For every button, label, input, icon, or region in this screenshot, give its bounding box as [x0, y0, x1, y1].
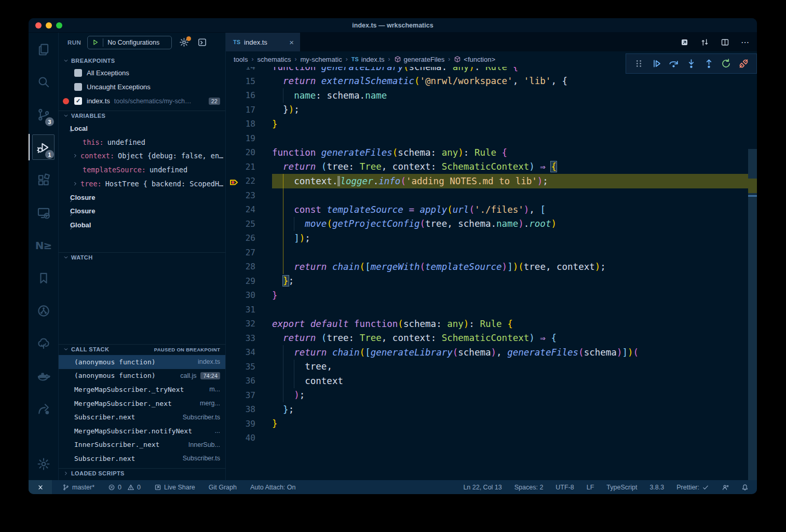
line-number[interactable]: 32: [226, 319, 255, 329]
code-line-40[interactable]: 40: [226, 431, 757, 445]
more-actions-icon[interactable]: ⋯: [741, 37, 750, 47]
code-line-38[interactable]: 38 };: [226, 402, 757, 417]
source-control-icon[interactable]: 3: [29, 98, 58, 131]
eol[interactable]: LF: [587, 484, 594, 491]
line-number[interactable]: 28: [226, 262, 255, 271]
git-graph[interactable]: Git Graph: [209, 484, 237, 491]
git-branch[interactable]: master*: [62, 484, 94, 491]
variables-section-header[interactable]: VARIABLES: [59, 111, 225, 120]
line-number[interactable]: 14: [226, 67, 255, 72]
code-line-32[interactable]: 32export default function(schema: any): …: [226, 317, 757, 331]
call-stack-frame[interactable]: (anonymous function)call.js74:24: [59, 369, 225, 383]
line-number[interactable]: 15: [226, 76, 255, 86]
line-number[interactable]: 21: [226, 162, 255, 172]
call-stack-section-header[interactable]: CALL STACK PAUSED ON BREAKPOINT: [59, 344, 225, 354]
editor-scrollbar[interactable]: [748, 67, 757, 480]
code-line-18[interactable]: 18}: [226, 117, 757, 131]
test-explorer-icon[interactable]: [29, 327, 58, 360]
variable-row[interactable]: tree:HostTree {_backend: ScopedH…: [59, 176, 225, 190]
line-number[interactable]: 36: [226, 376, 255, 386]
bookmarks-icon[interactable]: [29, 262, 58, 294]
code-line-16[interactable]: 16 name: schema.name: [226, 88, 757, 103]
line-number[interactable]: 25: [226, 219, 255, 229]
step-out-button[interactable]: [700, 58, 717, 69]
scrollbar-slider[interactable]: [748, 149, 757, 480]
line-number[interactable]: 20: [226, 147, 255, 157]
auto-attach[interactable]: Auto Attach: On: [250, 484, 296, 491]
disconnect-button[interactable]: [735, 58, 752, 69]
start-debug-icon[interactable]: [91, 38, 99, 46]
code-line-29[interactable]: 29 };: [226, 274, 757, 289]
call-stack-frame[interactable]: (anonymous function)index.ts: [59, 355, 225, 369]
drag-handle[interactable]: [630, 58, 648, 69]
call-stack-frame[interactable]: InnerSubscriber._nextInnerSub...: [59, 438, 225, 452]
prettier[interactable]: Prettier:: [676, 484, 709, 491]
call-stack-frame[interactable]: Subscriber.nextSubscriber.ts: [59, 410, 225, 424]
line-number[interactable]: 16: [226, 90, 255, 100]
breadcrumb-item-schematics[interactable]: schematics: [257, 56, 291, 63]
step-into-button[interactable]: [683, 58, 700, 69]
docker-icon[interactable]: [29, 360, 58, 392]
search-icon[interactable]: [29, 65, 58, 98]
line-number[interactable]: 19: [226, 133, 255, 143]
run-debug-icon[interactable]: 1: [29, 131, 58, 163]
live-share-icon[interactable]: [29, 392, 58, 425]
close-tab-icon[interactable]: ×: [288, 38, 295, 47]
code-line-17[interactable]: 17 });: [226, 103, 757, 117]
breadcrumb-item-function[interactable]: <function>: [454, 56, 495, 63]
live-share[interactable]: Live Share: [154, 484, 195, 491]
call-stack-frame[interactable]: MergeMapSubscriber._nextmerg...: [59, 397, 225, 411]
split-editor-icon[interactable]: [721, 38, 729, 47]
line-number[interactable]: 24: [226, 204, 255, 214]
tab-index-ts[interactable]: TS index.ts ×: [226, 33, 300, 51]
line-number[interactable]: 26: [226, 233, 255, 243]
git-graph-icon[interactable]: [29, 294, 58, 327]
continue-button[interactable]: [648, 58, 666, 69]
breadcrumb-item-tools[interactable]: tools: [234, 56, 248, 63]
remote-explorer-icon[interactable]: [29, 196, 58, 229]
line-number[interactable]: 33: [226, 333, 255, 343]
paused-breakpoint-arrow-icon[interactable]: [229, 177, 238, 186]
code-editor[interactable]: 14function generateLibrary(schema: any):…: [226, 67, 757, 480]
line-number[interactable]: 34: [226, 347, 255, 357]
feedback[interactable]: [722, 484, 729, 491]
remote-indicator[interactable]: [29, 480, 52, 494]
checkbox[interactable]: [74, 69, 82, 77]
variable-row[interactable]: context:Object {debug: false, en…: [59, 149, 225, 163]
code-line-28[interactable]: 28 return chain([mergeWith(templateSourc…: [226, 260, 757, 274]
code-line-19[interactable]: 19: [226, 131, 757, 146]
variables-scope-global[interactable]: Global: [59, 218, 225, 232]
checkbox[interactable]: [74, 83, 82, 91]
line-number[interactable]: 30: [226, 290, 255, 300]
line-number[interactable]: 35: [226, 362, 255, 372]
breakpoint-item[interactable]: All Exceptions: [59, 66, 225, 80]
code-line-24[interactable]: 24 const templateSource = apply(url('./f…: [226, 202, 757, 217]
code-line-22[interactable]: 22 context.logger.info('adding NOTES.md …: [226, 174, 757, 188]
ts-version[interactable]: 3.8.3: [649, 484, 664, 491]
explorer-icon[interactable]: [29, 33, 58, 65]
language-mode[interactable]: TypeScript: [606, 484, 637, 491]
configure-gear-button[interactable]: [179, 37, 189, 47]
code-line-21[interactable]: 21 return (tree: Tree, context: Schemati…: [226, 160, 757, 174]
code-line-31[interactable]: 31: [226, 303, 757, 317]
breadcrumb-item-my-schematic[interactable]: my-schematic: [301, 56, 342, 63]
call-stack-frame[interactable]: MergeMapSubscriber._tryNextm...: [59, 383, 225, 397]
code-line-26[interactable]: 26 ]);: [226, 231, 757, 245]
nx-console-icon[interactable]: N≥: [29, 229, 58, 262]
cursor-position[interactable]: Ln 22, Col 13: [463, 484, 502, 491]
call-stack-frame[interactable]: Subscriber.nextSubscriber.ts: [59, 452, 225, 466]
variables-scope-closure[interactable]: Closure: [59, 190, 225, 204]
call-stack-frame[interactable]: MergeMapSubscriber.notifyNext...: [59, 424, 225, 438]
breadcrumb-item-index.ts[interactable]: TSindex.ts: [351, 56, 385, 63]
compare-changes-icon[interactable]: [700, 38, 709, 47]
line-number[interactable]: 31: [226, 305, 255, 315]
open-changes-icon[interactable]: [680, 38, 689, 47]
code-line-34[interactable]: 34 return chain([generateLibrary(schema)…: [226, 345, 757, 360]
line-number[interactable]: 27: [226, 248, 255, 257]
variables-scope-closure[interactable]: Closure: [59, 204, 225, 219]
problems[interactable]: 00: [108, 484, 141, 491]
breakpoint-item[interactable]: ✓index.tstools/schematics/my-sch…22: [59, 94, 225, 108]
code-line-36[interactable]: 36 context: [226, 374, 757, 388]
encoding[interactable]: UTF-8: [555, 484, 574, 491]
line-number[interactable]: 37: [226, 390, 255, 400]
